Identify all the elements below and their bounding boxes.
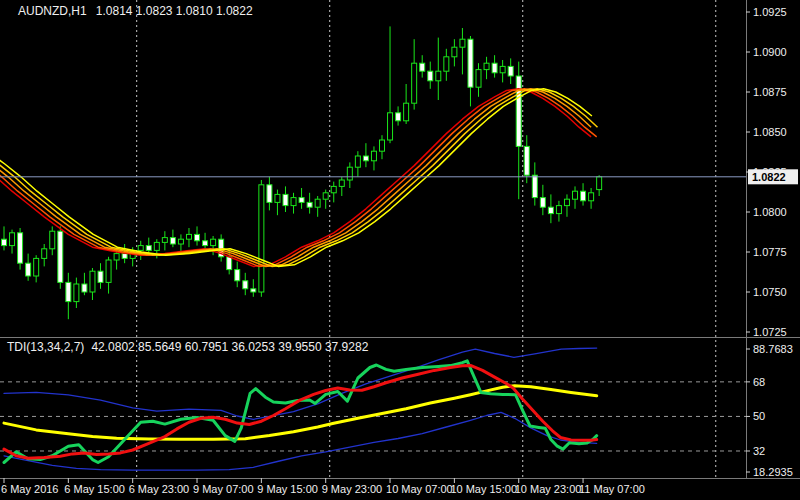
main-chart-hitarea[interactable]: [0, 0, 746, 337]
mt4-chart-window: 1.09251.09001.08751.08501.08251.08001.07…: [0, 0, 800, 500]
time-axis-label: 6 May 15:00: [64, 483, 125, 495]
tdi-axis-label: 68: [753, 376, 765, 388]
price-axis-label: 1.0800: [753, 206, 787, 218]
price-axis-label: 1.0750: [753, 286, 787, 298]
tdi-axis-label: 18.2935: [753, 466, 793, 478]
price-axis-label: 1.0775: [753, 246, 787, 258]
time-axis-label: 6 May 23:00: [129, 483, 190, 495]
price-axis-label: 1.0850: [753, 126, 787, 138]
price-badge-value: 1.0822: [752, 171, 786, 183]
time-axis-label: 10 May 15:00: [450, 483, 517, 495]
chart-canvas: 1.09251.09001.08751.08501.08251.08001.07…: [0, 0, 800, 500]
time-axis-label: 10 May 23:00: [515, 483, 582, 495]
time-axis-label: 11 May 07:00: [579, 483, 645, 495]
tdi-axis-label: 50: [753, 410, 765, 422]
time-axis-label: 10 May 07:00: [386, 483, 453, 495]
current-price-badge: 1.0822: [748, 169, 798, 184]
time-axis-label: 6 May 2016: [1, 483, 58, 495]
price-axis-label: 1.0900: [753, 46, 787, 58]
time-axis-label: 9 May 15:00: [257, 483, 318, 495]
price-axis-label: 1.0875: [753, 86, 787, 98]
tdi-axis-label: 88.7683: [753, 343, 793, 355]
time-axis-label: 9 May 23:00: [322, 483, 383, 495]
time-axis-label: 9 May 07:00: [193, 483, 254, 495]
tdi-chart-hitarea[interactable]: [0, 338, 746, 478]
price-axis-label: 1.0725: [753, 326, 787, 338]
tdi-axis-label: 32: [753, 445, 765, 457]
price-axis-label: 1.0925: [753, 6, 787, 18]
